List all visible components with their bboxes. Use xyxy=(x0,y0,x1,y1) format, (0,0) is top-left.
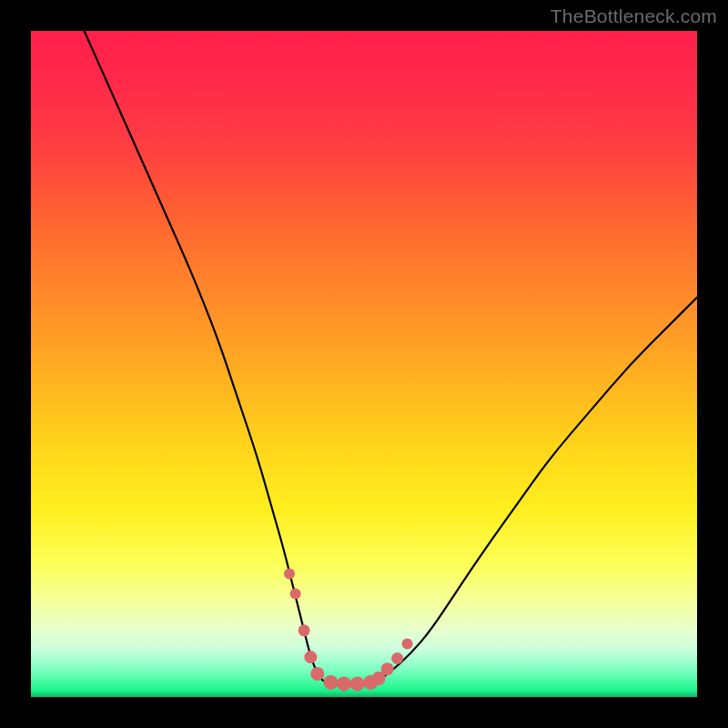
highlight-markers xyxy=(284,569,413,692)
marker-point xyxy=(298,624,310,636)
marker-point xyxy=(323,675,338,690)
marker-point xyxy=(284,569,295,580)
marker-point xyxy=(350,676,365,691)
chart-container: TheBottleneck.com xyxy=(0,0,728,728)
marker-point xyxy=(381,662,394,675)
marker-point xyxy=(337,676,351,691)
plot-area xyxy=(31,31,697,697)
watermark-text: TheBottleneck.com xyxy=(551,5,717,27)
marker-point xyxy=(310,667,324,681)
marker-point xyxy=(304,651,317,663)
marker-point xyxy=(391,652,403,664)
marker-point xyxy=(290,589,301,600)
marker-point xyxy=(402,638,413,649)
bottleneck-curve xyxy=(85,31,697,686)
chart-svg xyxy=(31,31,697,697)
